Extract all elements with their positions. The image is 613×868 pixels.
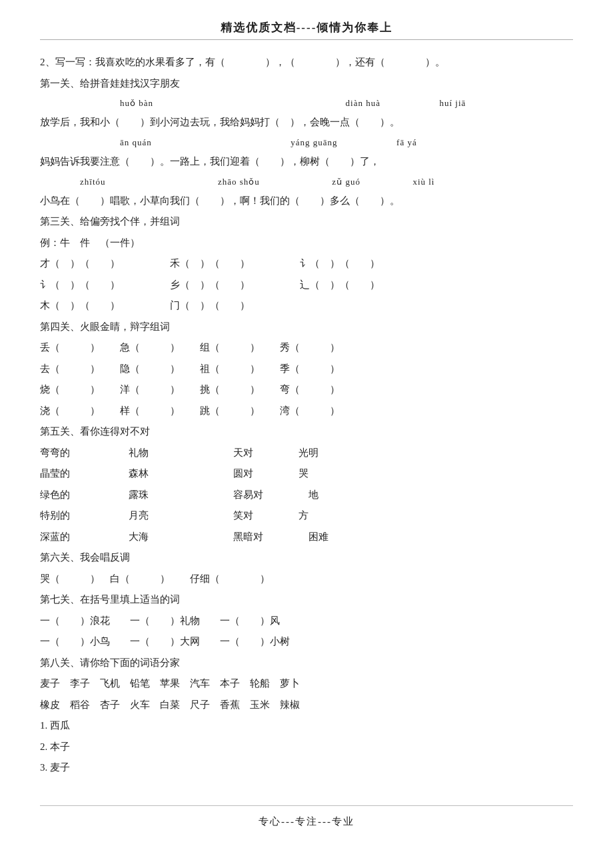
s7-row2: 一（ ）小鸟 一（ ）大网 一（ ）小树 xyxy=(40,631,573,653)
s7-title: 第七关、在括号里填上适当的词 xyxy=(40,589,573,611)
s5-row2: 晶莹的 森林 圆对 哭 xyxy=(40,463,573,485)
s5-r4-right2: 方 xyxy=(299,510,308,521)
s4-row4: 浇（ ） 样（ ） 跳（ ） 湾（ ） xyxy=(40,401,573,422)
s8-words1: 麦子 李子 飞机 铅笔 苹果 汽车 本子 轮船 萝卜 xyxy=(40,673,573,695)
s8-item2: 2. 本子 xyxy=(40,737,573,758)
s5-r5-mid: 大海 xyxy=(129,531,149,542)
s5-r5-right2: 困难 xyxy=(308,531,328,542)
s5-r5-right1: 黑暗对 xyxy=(233,531,263,542)
s1-text3: 小鸟在（ ）唱歌，小草向我们（ ），啊！我们的（ ）多么（ ）。 xyxy=(40,191,573,212)
s5-r4-mid: 月亮 xyxy=(129,510,149,521)
s1-pinyin2: ān quán yáng guāng fā yá xyxy=(40,133,573,151)
s1-title: 第一关、给拼音娃娃找汉字朋友 xyxy=(40,73,573,95)
s3-row3: 木（ ）（ ） 门（ ）（ ） xyxy=(40,295,573,317)
s1-pinyin3: zhītóu zhāo shǒu zǔ guó xiù lì xyxy=(40,173,573,191)
s6-title: 第六关、我会唱反调 xyxy=(40,547,573,569)
s3-row2: 讠（ ）（ ） 乡（ ）（ ） 辶（ ）（ ） xyxy=(40,275,573,296)
s5-r4-right1: 笑对 xyxy=(233,510,253,521)
s4-row1: 丢（ ） 急（ ） 组（ ） 秀（ ） xyxy=(40,337,573,359)
s5-r3-right1: 容易对 xyxy=(233,489,263,500)
s8-words2: 橡皮 稻谷 杏子 火车 白菜 尺子 香蕉 玉米 辣椒 xyxy=(40,695,573,716)
q2-text: 2、写一写：我喜欢吃的水果看多了，有（ ），（ ），还有（ ）。 xyxy=(40,52,573,73)
s4-title: 第四关、火眼金睛，辩字组词 xyxy=(40,317,573,338)
s5-title: 第五关、看你连得对不对 xyxy=(40,421,573,443)
s8-item1: 1. 西瓜 xyxy=(40,715,573,737)
s5-r4-left: 特别的 xyxy=(40,510,70,521)
s5-r1-mid: 礼物 xyxy=(129,447,149,458)
s5-r3-left: 绿色的 xyxy=(40,489,70,500)
s5-r2-right1: 圆对 xyxy=(233,468,253,479)
s1-text1: 放学后，我和小（ ）到小河边去玩，我给妈妈打（ ），会晚一点（ ）。 xyxy=(40,112,573,133)
s4-row3: 烧（ ） 洋（ ） 挑（ ） 弯（ ） xyxy=(40,379,573,401)
s1-pinyin1: huǒ bàn diàn huà huí jiā xyxy=(40,94,573,112)
s3-example: 例：牛 件 （一件） xyxy=(40,233,573,254)
s6-text: 哭（ ） 白（ ） 仔细（ ） xyxy=(40,569,573,590)
s5-row3: 绿色的 露珠 容易对 地 xyxy=(40,485,573,506)
s4-row2: 去（ ） 隐（ ） 祖（ ） 季（ ） xyxy=(40,359,573,380)
s5-r2-mid: 森林 xyxy=(129,468,149,479)
footer-label: 专心---专注---专业 xyxy=(259,816,354,827)
s5-row4: 特别的 月亮 笑对 方 xyxy=(40,505,573,527)
page-footer: 专心---专注---专业 xyxy=(40,805,573,828)
s3-row1: 才（ ）（ ） 禾（ ）（ ） 讠（ ）（ ） xyxy=(40,253,573,275)
s5-row1: 弯弯的 礼物 天对 光明 xyxy=(40,443,573,464)
s7-row1: 一（ ）浪花 一（ ）礼物 一（ ）风 xyxy=(40,611,573,632)
s5-r1-right1: 天对 xyxy=(233,447,253,458)
s5-r2-left: 晶莹的 xyxy=(40,468,70,479)
s5-r2-right2: 哭 xyxy=(299,468,308,479)
s5-r5-left: 深蓝的 xyxy=(40,531,70,542)
s5-r3-mid: 露珠 xyxy=(129,489,149,500)
s8-item3: 3. 麦子 xyxy=(40,757,573,779)
main-content: 2、写一写：我喜欢吃的水果看多了，有（ ），（ ），还有（ ）。 第一关、给拼音… xyxy=(40,52,573,779)
s3-title: 第三关、给偏旁找个伴，并组词 xyxy=(40,211,573,233)
s5-r3-right2: 地 xyxy=(308,489,318,500)
s1-text2: 妈妈告诉我要注意（ ）。一路上，我们迎着（ ），柳树（ ）了， xyxy=(40,151,573,173)
page-container: 精选优质文档----倾情为你奉上 2、写一写：我喜欢吃的水果看多了，有（ ），（… xyxy=(40,20,573,828)
s8-title: 第八关、请你给下面的词语分家 xyxy=(40,653,573,674)
page-title: 精选优质文档----倾情为你奉上 xyxy=(40,20,573,40)
s5-r1-left: 弯弯的 xyxy=(40,447,70,458)
s5-row5: 深蓝的 大海 黑暗对 困难 xyxy=(40,527,573,548)
s5-r1-right2: 光明 xyxy=(299,447,318,458)
